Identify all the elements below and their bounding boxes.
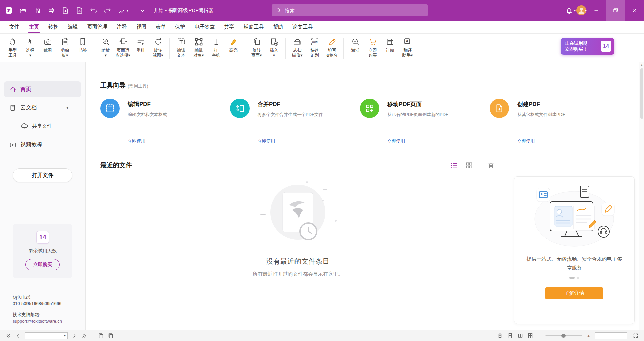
first-page-icon[interactable] bbox=[4, 332, 13, 340]
ribbon-reflow[interactable]: 重排 bbox=[132, 36, 149, 54]
clear-recent-trash-icon[interactable] bbox=[487, 161, 495, 170]
ribbon-fill-sign[interactable]: 填写 &签名 bbox=[323, 36, 341, 59]
menu-item-comment[interactable]: 注释 bbox=[112, 21, 131, 33]
open-file-icon[interactable] bbox=[16, 3, 30, 18]
export-doc-icon[interactable] bbox=[58, 3, 72, 18]
ribbon-edit-object[interactable]: 编辑 对象▾ bbox=[190, 36, 207, 59]
collapse-ribbon-icon[interactable] bbox=[136, 3, 149, 18]
chevron-down-icon[interactable]: ▾ bbox=[66, 106, 68, 110]
carousel-dots[interactable] bbox=[569, 277, 579, 279]
ribbon-toolbar: 手型 工具 选择 ▾ 截图 剪贴 板▾ 书签 缩放 ▾ 页面适 应选项▾ bbox=[0, 34, 644, 62]
continuous-view-icon[interactable] bbox=[506, 332, 515, 340]
close-button[interactable] bbox=[625, 0, 644, 21]
ribbon-label: 高亮 bbox=[229, 48, 238, 53]
list-view-icon[interactable] bbox=[450, 161, 459, 170]
previous-view-icon[interactable] bbox=[97, 332, 105, 340]
esign-quick-icon[interactable] bbox=[115, 3, 128, 18]
search-box[interactable] bbox=[272, 4, 428, 16]
learn-more-button[interactable]: 了解详情 bbox=[545, 287, 603, 299]
ribbon-from-scanner[interactable]: 从扫 描仪▾ bbox=[288, 36, 306, 59]
menu-item-form[interactable]: 表单 bbox=[151, 21, 170, 33]
zoom-out-icon[interactable]: − bbox=[536, 333, 542, 339]
undo-icon[interactable] bbox=[87, 3, 100, 18]
ribbon-zoom[interactable]: 缩放 ▾ bbox=[97, 36, 114, 59]
restore-button[interactable] bbox=[606, 0, 625, 21]
next-view-icon[interactable] bbox=[106, 332, 115, 340]
ribbon-snapshot[interactable]: 截图 bbox=[39, 36, 56, 54]
zoom-in-icon[interactable]: + bbox=[586, 333, 592, 339]
carousel-dot-active[interactable] bbox=[569, 277, 575, 279]
ribbon-typewriter[interactable]: 打 字机 bbox=[207, 36, 225, 59]
menu-item-protect[interactable]: 保护 bbox=[170, 21, 190, 33]
share-doc-icon[interactable] bbox=[72, 3, 86, 18]
ribbon-buy-now[interactable]: 立即 购买 bbox=[364, 36, 381, 59]
menu-item-share[interactable]: 共享 bbox=[219, 21, 239, 33]
print-icon[interactable] bbox=[44, 3, 58, 18]
use-now-link[interactable]: 立即使用 bbox=[258, 138, 275, 144]
menu-item-view[interactable]: 视图 bbox=[131, 21, 151, 33]
use-now-link[interactable]: 立即使用 bbox=[517, 138, 535, 144]
page-dropdown-caret-icon[interactable]: ▾ bbox=[62, 333, 67, 339]
zoom-level-input[interactable] bbox=[595, 333, 627, 339]
ribbon-activate[interactable]: 激活 bbox=[346, 36, 364, 54]
next-page-icon[interactable] bbox=[70, 332, 79, 340]
fit-screen-icon[interactable] bbox=[631, 332, 640, 340]
redo-icon[interactable] bbox=[101, 3, 114, 18]
menu-item-convert[interactable]: 转换 bbox=[44, 21, 63, 33]
sidebar-item-shared-files[interactable]: 共享文件 bbox=[0, 118, 85, 134]
menu-item-file[interactable]: 文件 bbox=[5, 21, 24, 33]
ribbon-rotate-view[interactable]: 旋转 视图▾ bbox=[149, 36, 167, 59]
esign-caret-icon[interactable]: ▾ bbox=[127, 9, 128, 12]
facing-view-icon[interactable] bbox=[516, 332, 525, 340]
ribbon-select[interactable]: 选择 ▾ bbox=[21, 36, 39, 59]
use-now-link[interactable]: 立即使用 bbox=[128, 138, 145, 144]
menu-item-paper-tools[interactable]: 论文工具 bbox=[288, 21, 317, 33]
ribbon-rotate-pages[interactable]: 旋转 页面▾ bbox=[248, 36, 265, 59]
carousel-dot[interactable] bbox=[577, 277, 579, 279]
previous-page-icon[interactable] bbox=[14, 332, 22, 340]
page-number-box[interactable]: ▾ bbox=[25, 332, 68, 339]
minimize-button[interactable] bbox=[587, 0, 606, 21]
menu-item-esign[interactable]: 电子签章 bbox=[190, 21, 219, 33]
ribbon-hand-tool[interactable]: 手型 工具 bbox=[4, 36, 21, 59]
ribbon-clipboard[interactable]: 剪贴 板▾ bbox=[56, 36, 74, 59]
trial-line1: 正在试用期 bbox=[565, 40, 588, 46]
menu-item-home[interactable]: 主页 bbox=[24, 21, 44, 33]
menu-item-edit[interactable]: 编辑 bbox=[63, 21, 83, 33]
ribbon-ocr[interactable]: OCR 快速 识别 bbox=[306, 36, 323, 59]
menu-item-help[interactable]: 帮助 bbox=[268, 21, 288, 33]
support-email-link[interactable]: support@foxitsoftware.cn bbox=[13, 318, 62, 325]
open-file-button[interactable]: 打开文件 bbox=[13, 168, 72, 182]
vertical-scrollbar[interactable]: ▲ bbox=[639, 62, 644, 330]
facing-continuous-view-icon[interactable] bbox=[526, 332, 535, 340]
save-icon[interactable] bbox=[30, 3, 44, 18]
last-page-icon[interactable] bbox=[80, 332, 89, 340]
sidebar-item-cloud-docs[interactable]: 云文档 ▾ bbox=[0, 100, 85, 115]
statusbar: ▾ − bbox=[0, 330, 644, 341]
buy-now-button[interactable]: 立即购买 bbox=[25, 259, 60, 270]
sidebar-item-video-tutorials[interactable]: 视频教程 bbox=[0, 137, 85, 152]
zoom-slider-thumb[interactable] bbox=[561, 334, 566, 338]
ribbon-highlight[interactable]: 高亮 bbox=[225, 36, 242, 54]
menu-item-accessibility[interactable]: 辅助工具 bbox=[239, 21, 268, 33]
ribbon-insert[interactable]: 插入 ▾ bbox=[265, 36, 283, 59]
zoom-slider[interactable] bbox=[545, 335, 582, 336]
single-page-view-icon[interactable] bbox=[496, 332, 504, 340]
use-now-link[interactable]: 立即使用 bbox=[387, 138, 405, 144]
ribbon-bookmark[interactable]: 书签 bbox=[74, 36, 91, 54]
page-number-input[interactable] bbox=[25, 333, 62, 339]
ribbon-label: 翻译 助手▾ bbox=[402, 48, 413, 58]
menu-item-organize[interactable]: 页面管理 bbox=[83, 21, 112, 33]
grid-view-icon[interactable] bbox=[465, 161, 473, 170]
scroll-up-arrow-icon[interactable]: ▲ bbox=[640, 62, 643, 68]
search-input[interactable] bbox=[285, 8, 424, 13]
scrollbar-thumb[interactable] bbox=[640, 68, 643, 119]
ribbon-edit-text[interactable]: 编辑 文本 bbox=[172, 36, 190, 59]
notifications-caret-icon[interactable]: ▾ bbox=[574, 9, 576, 12]
sidebar-item-home[interactable]: 首页 bbox=[4, 81, 81, 97]
ribbon-subscribe[interactable]: 订阅 bbox=[381, 36, 399, 54]
ribbon-translate-assistant[interactable]: A 翻译 助手▾ bbox=[399, 36, 416, 59]
ribbon-page-fit-options[interactable]: 页面适 应选项▾ bbox=[114, 36, 132, 59]
trial-buy-badge[interactable]: 正在试用期 立即购买！ 14 bbox=[561, 38, 614, 55]
zoom-level-box[interactable] bbox=[595, 332, 627, 339]
